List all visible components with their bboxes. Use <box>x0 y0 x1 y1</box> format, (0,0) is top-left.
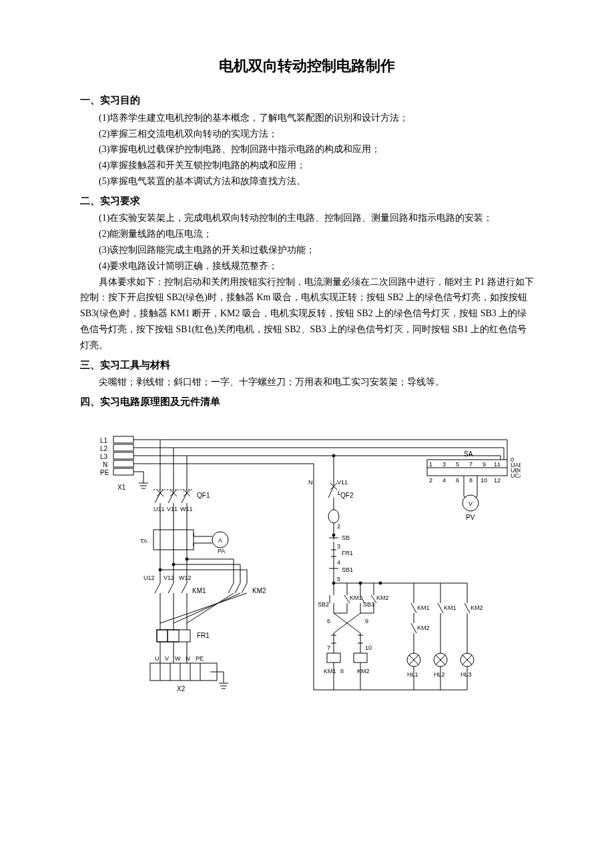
label-KM2-lamp3: KM2 <box>471 604 483 611</box>
svg-line-43 <box>168 583 174 593</box>
svg-line-83 <box>328 486 334 498</box>
label-KM1-main: KM1 <box>192 587 206 594</box>
svg-point-40 <box>172 563 175 566</box>
label-W: W <box>175 655 181 662</box>
svg-point-41 <box>186 558 188 560</box>
label-FR1-ctrl: FR1 <box>342 550 353 556</box>
label-KM1-lamp1: KM1 <box>417 604 430 611</box>
label-SB3: SB3 <box>363 601 374 608</box>
svg-line-58 <box>174 593 240 623</box>
sa-n7: 7 <box>469 461 473 468</box>
node-3: 3 <box>337 543 340 550</box>
label-SB2: SB2 <box>318 601 329 608</box>
svg-rect-61 <box>157 630 168 642</box>
node-7: 7 <box>327 644 330 651</box>
sa-n1: 1 <box>429 461 432 468</box>
page-title: 电机双向转动控制电路制作 <box>80 53 534 78</box>
svg-rect-60 <box>157 630 190 642</box>
node-6: 6 <box>327 618 330 624</box>
svg-line-138 <box>411 603 416 613</box>
svg-line-139 <box>411 623 416 633</box>
sa-n4: 4 <box>442 477 446 484</box>
label-X1: X1 <box>117 484 126 491</box>
svg-point-87 <box>328 510 339 523</box>
label-HL3: HL3 <box>460 671 472 678</box>
node-2: 2 <box>337 523 340 530</box>
svg-line-141 <box>438 603 443 613</box>
section2-item-1: (1)在实验安装架上，完成电机双向转动控制的主电路、控制回路、测量回路和指示电路… <box>80 210 534 226</box>
label-PA: PA <box>218 548 225 554</box>
circuit-diagram: L1 L2 L3 N PE X1 QF1 U11 V11 W11 TA A PA… <box>80 423 534 770</box>
section3-heading: 三、实习工具与材料 <box>80 356 534 374</box>
sa-n5: 5 <box>456 461 459 468</box>
label-N-ctrl: N <box>308 479 313 486</box>
section1-heading: 一、实习目的 <box>80 91 534 109</box>
sa-n10: 10 <box>481 477 487 484</box>
label-KM1-coil: KM1 <box>324 668 336 675</box>
node-5: 5 <box>337 576 340 582</box>
label-QF2: QF2 <box>340 492 354 499</box>
label-V11-ctrl: V11 <box>337 479 348 486</box>
svg-line-54 <box>228 583 234 593</box>
svg-rect-62 <box>168 630 179 642</box>
section1-item-4: (4)掌握接触器和开关互锁控制电路的构成和应用； <box>80 157 534 173</box>
label-X2: X2 <box>177 685 186 693</box>
svg-line-17 <box>155 493 160 503</box>
section1-item-1: (1)培养学生建立电机控制的基本概念，了解电气装配图的识别和设计方法； <box>80 110 534 126</box>
label-V: V <box>165 655 169 662</box>
label-SB1: SB1 <box>342 566 353 573</box>
svg-line-19 <box>182 493 187 503</box>
svg-line-110 <box>344 595 350 603</box>
section1-item-2: (2)掌握三相交流电机双向转动的实现方法； <box>80 126 534 142</box>
label-HL2: HL2 <box>434 671 445 678</box>
section1-item-5: (5)掌握电气装置的基本调试方法和故障查找方法。 <box>80 173 534 189</box>
svg-rect-127 <box>327 653 340 663</box>
label-L1: L1 <box>100 437 108 444</box>
node-4: 4 <box>337 559 340 566</box>
label-V12: V12 <box>164 574 174 581</box>
sa-n6: 6 <box>456 477 459 484</box>
sa-n8: 8 <box>469 477 473 484</box>
label-A: A <box>218 537 222 544</box>
sa-n9: 9 <box>483 461 486 468</box>
label-U: U <box>155 655 160 662</box>
label-FR1-main: FR1 <box>197 632 210 639</box>
label-L3: L3 <box>100 453 108 460</box>
svg-line-42 <box>155 583 160 593</box>
label-U12: U12 <box>143 574 155 581</box>
svg-line-142 <box>465 603 470 613</box>
svg-line-18 <box>168 493 174 503</box>
svg-line-56 <box>242 583 247 593</box>
section4-heading: 四、实习电路原理图及元件清单 <box>80 393 534 410</box>
label-U11: U11 <box>154 506 165 512</box>
section2-item-3: (3)该控制回路能完成主电路的开关和过载保护功能； <box>80 242 534 258</box>
label-HL1: HL1 <box>407 671 418 678</box>
svg-rect-3 <box>113 460 133 467</box>
label-KM1-lamp2: KM1 <box>444 604 456 611</box>
label-Nb: N <box>186 655 190 662</box>
label-PE: PE <box>100 469 109 476</box>
svg-line-44 <box>182 583 187 593</box>
node-1: 1 <box>337 490 340 496</box>
label-PEb: PE <box>196 655 204 662</box>
label-KM1-aux: KM1 <box>350 594 362 601</box>
label-KM2-aux: KM2 <box>376 594 389 601</box>
label-W11: W11 <box>180 506 193 512</box>
node-9: 9 <box>365 618 368 624</box>
label-SB: SB <box>342 534 350 541</box>
label-KM2-lamp1: KM2 <box>417 624 430 631</box>
svg-line-57 <box>187 593 234 623</box>
label-L2: L2 <box>100 445 108 452</box>
svg-line-55 <box>235 583 240 593</box>
section2-heading: 二、实习要求 <box>80 192 534 209</box>
svg-rect-1 <box>113 444 133 451</box>
sa-n3: 3 <box>442 461 446 468</box>
svg-rect-4 <box>113 468 133 475</box>
sa-n11: 11 <box>494 461 501 468</box>
svg-rect-2 <box>113 452 133 459</box>
label-TA: TA <box>140 538 147 544</box>
label-KM2-coil: KM2 <box>357 668 370 675</box>
label-W12: W12 <box>179 574 192 581</box>
section2-detail: 具体要求如下：控制启动和关闭用按钮实行控制，电流测量必须在二次回路中进行，能对主… <box>80 274 534 354</box>
section1-item-3: (3)掌握电机过载保护控制电路、控制回路中指示电路的构成和应用； <box>80 141 534 157</box>
